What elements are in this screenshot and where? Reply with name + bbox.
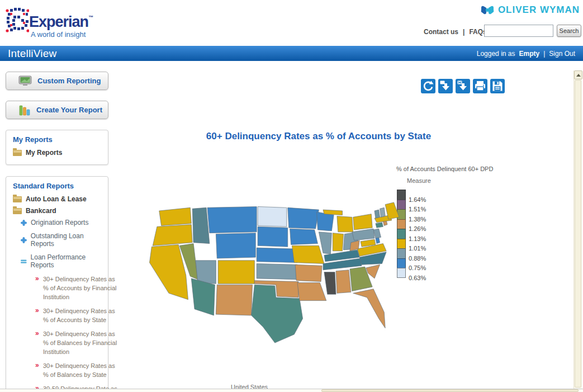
- state-fl[interactable]: [353, 289, 386, 328]
- state-pa[interactable]: [352, 229, 375, 240]
- legend-title: % of Accounts Delinquent 60+ DPD: [396, 166, 493, 172]
- state-la[interactable]: [297, 282, 326, 300]
- state-ne[interactable]: [257, 248, 297, 262]
- search-input[interactable]: [484, 25, 553, 37]
- folder-icon: [13, 150, 22, 156]
- create-your-report-label: Create Your Report: [36, 106, 102, 114]
- sign-out-link[interactable]: Sign Out: [549, 50, 575, 58]
- state-il[interactable]: [319, 232, 331, 254]
- custom-reporting-button[interactable]: Custom Reporting: [6, 72, 108, 90]
- report-link-label: 30+ Delinquency Rates as % of Accounts b…: [43, 308, 115, 323]
- report-toolbar: [421, 79, 505, 93]
- session-divider: |: [543, 50, 545, 58]
- export-pdf-icon: [438, 79, 453, 93]
- state-or[interactable]: [153, 225, 192, 246]
- state-mi[interactable]: [337, 216, 353, 232]
- print-button[interactable]: [473, 79, 487, 93]
- state-nd[interactable]: [258, 206, 287, 226]
- scroll-up-arrow-icon[interactable]: [574, 70, 582, 79]
- legend-value: 0.63%: [409, 275, 426, 281]
- state-mi-up[interactable]: [323, 210, 343, 215]
- tree-node-origination-reports[interactable]: Origination Reports: [21, 219, 108, 226]
- legend-value: 1.38%: [409, 216, 426, 223]
- state-wi[interactable]: [317, 212, 334, 231]
- tree-node-loan-performance-reports[interactable]: Loan Performance Reports: [21, 253, 108, 269]
- state-in[interactable]: [333, 233, 343, 251]
- horizontal-scrollbar-thumb[interactable]: [321, 389, 579, 392]
- tree-node-label: Origination Reports: [31, 219, 88, 226]
- standard-reports-header: Standard Reports: [13, 182, 108, 190]
- tree-folder-label: Bankcard: [26, 207, 56, 215]
- experian-logo-icon: [6, 7, 29, 34]
- vertical-scrollbar-thumb[interactable]: [575, 80, 581, 388]
- bankcard-children: Origination ReportsOutstanding Loan Repo…: [21, 219, 108, 392]
- leaf-report-list: »30+ Delinquency Rates as % of Accounts …: [35, 275, 108, 392]
- app-title-bar: IntelliView Logged in as Empty | Sign Ou…: [0, 46, 583, 61]
- tree-node-label: Outstanding Loan Reports: [31, 232, 108, 248]
- state-az[interactable]: [191, 278, 215, 315]
- custom-reporting-label: Custom Reporting: [37, 77, 101, 85]
- state-id[interactable]: [192, 207, 210, 243]
- state-wa[interactable]: [159, 207, 192, 225]
- contact-us-link[interactable]: Contact us: [424, 28, 458, 36]
- plus-icon: [21, 220, 27, 226]
- state-al[interactable]: [336, 270, 351, 294]
- state-ms[interactable]: [324, 272, 336, 295]
- legend-value: 1.26%: [409, 225, 426, 232]
- session-info: Logged in as Empty | Sign Out: [477, 50, 575, 58]
- legend-value: 1.13%: [409, 235, 426, 242]
- logged-in-user: Empty: [519, 50, 539, 58]
- legend-value: 0.75%: [409, 265, 426, 271]
- state-nj[interactable]: [373, 229, 381, 238]
- report-tree: Auto Loan & LeaseBankcardOrigination Rep…: [13, 195, 108, 392]
- my-reports-panel: My Reports My Reports: [6, 130, 108, 165]
- plus-icon: [21, 237, 27, 243]
- export-pdf-button[interactable]: [438, 79, 453, 93]
- print-icon: [473, 79, 487, 93]
- double-chevron-icon: »: [35, 274, 39, 283]
- state-mt[interactable]: [207, 206, 257, 233]
- vertical-scrollbar[interactable]: [573, 70, 582, 389]
- state-nh[interactable]: [380, 207, 386, 217]
- state-sd[interactable]: [258, 226, 288, 247]
- save-icon: [490, 79, 505, 93]
- double-chevron-icon: »: [35, 361, 39, 370]
- state-ks[interactable]: [257, 263, 297, 279]
- state-ar[interactable]: [295, 265, 322, 281]
- horizontal-scrollbar[interactable]: [0, 389, 583, 392]
- report-link-label: 30+ Delinquency Rates as % of Balances b…: [43, 330, 117, 355]
- state-co[interactable]: [218, 261, 254, 284]
- link-divider: |: [463, 28, 464, 36]
- search-button[interactable]: Search: [557, 25, 581, 37]
- tree-node-label: Loan Performance Reports: [31, 253, 108, 269]
- state-ia[interactable]: [290, 229, 318, 244]
- state-ct[interactable]: [376, 223, 383, 228]
- my-reports-item[interactable]: My Reports: [13, 149, 108, 157]
- trademark-symbol: ™: [88, 15, 93, 20]
- report-link[interactable]: »30+ Delinquency Rates as % of Balances …: [35, 361, 120, 379]
- refresh-button[interactable]: [421, 79, 435, 93]
- monitor-icon: [18, 75, 32, 86]
- legend-value: 0.88%: [409, 255, 426, 262]
- export-excel-button[interactable]: [456, 79, 470, 93]
- report-link[interactable]: »30+ Delinquency Rates as % of Balances …: [35, 329, 120, 356]
- state-nm[interactable]: [216, 285, 252, 315]
- state-mn[interactable]: [288, 207, 319, 229]
- state-vt[interactable]: [375, 210, 380, 218]
- state-mo[interactable]: [292, 245, 324, 263]
- save-button[interactable]: [490, 79, 505, 93]
- oliver-wyman-mark-icon: [480, 5, 495, 15]
- state-ny[interactable]: [353, 214, 373, 230]
- tree-node-outstanding-loan-reports[interactable]: Outstanding Loan Reports: [21, 232, 108, 248]
- legend-value: 1.51%: [409, 206, 426, 212]
- report-link[interactable]: »30+ Delinquency Rates as % of Accounts …: [35, 275, 120, 301]
- create-your-report-button[interactable]: Create Your Report: [6, 101, 108, 119]
- tree-folder-bankcard[interactable]: Bankcard: [13, 207, 108, 215]
- legend-value: 1.64%: [409, 196, 426, 203]
- utility-links: Contact us | FAQs: [424, 28, 487, 36]
- tree-folder-auto-loan-lease[interactable]: Auto Loan & Lease: [13, 195, 108, 203]
- bar-chart-icon: [18, 104, 31, 116]
- state-wy[interactable]: [216, 233, 255, 258]
- report-link[interactable]: »30+ Delinquency Rates as % of Accounts …: [35, 306, 120, 324]
- us-choropleth-map[interactable]: [143, 201, 400, 344]
